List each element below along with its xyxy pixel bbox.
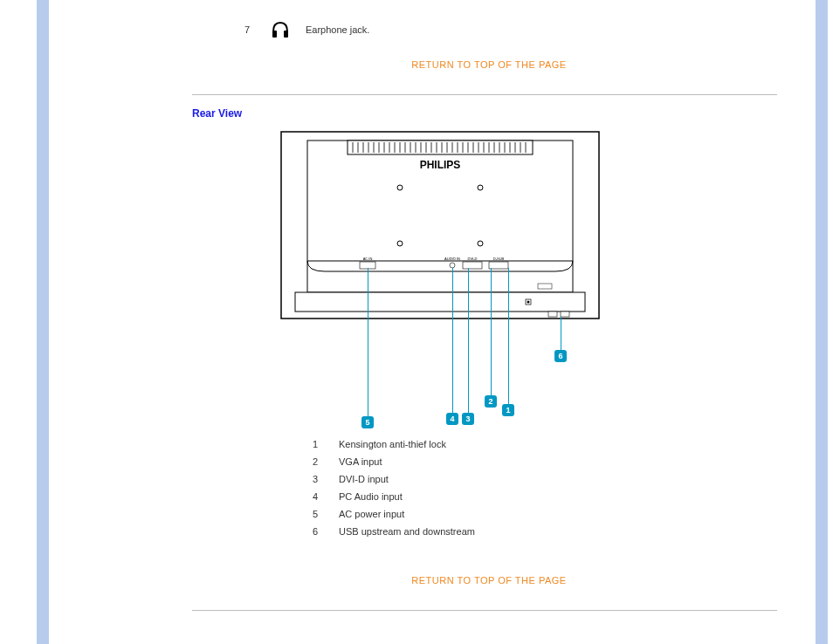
return-top-anchor[interactable]: RETURN TO TOP OF THE PAGE xyxy=(411,575,566,586)
list-item: 4PC Audio input xyxy=(313,488,786,505)
divider xyxy=(192,94,777,95)
decorative-margin-left xyxy=(37,0,49,644)
headphones-icon xyxy=(271,21,306,38)
divider xyxy=(192,610,777,611)
list-item: 3DVI-D input xyxy=(313,470,786,488)
svg-text:DVI-D: DVI-D xyxy=(468,257,478,261)
leader-1 xyxy=(508,268,509,406)
brand-text: PHILIPS xyxy=(420,159,461,171)
svg-text:D-SUB: D-SUB xyxy=(493,257,505,261)
leader-4 xyxy=(452,268,453,414)
svg-text:AC IN: AC IN xyxy=(363,257,373,261)
svg-rect-55 xyxy=(548,312,557,317)
n: 6 xyxy=(313,523,339,540)
callout-2: 2 xyxy=(485,395,497,408)
svg-text:AUDIO IN: AUDIO IN xyxy=(444,257,460,261)
d: DVI-D input xyxy=(339,470,389,488)
page: 7 Earphone jack. RETURN TO TOP OF THE PA… xyxy=(0,0,833,644)
d: AC power input xyxy=(339,505,404,523)
n: 2 xyxy=(313,453,339,470)
n: 3 xyxy=(313,470,339,488)
return-top-anchor[interactable]: RETURN TO TOP OF THE PAGE xyxy=(411,59,566,70)
callout-3: 3 xyxy=(462,413,474,425)
svg-rect-52 xyxy=(295,292,585,312)
return-top-link-1: RETURN TO TOP OF THE PAGE xyxy=(192,59,786,70)
svg-rect-0 xyxy=(272,31,277,38)
list-item: 1Kensington anti-thief lock xyxy=(313,435,786,453)
callout-5: 5 xyxy=(361,416,374,428)
return-top-link-2: RETURN TO TOP OF THE PAGE xyxy=(192,575,786,586)
callout-1: 1 xyxy=(502,404,514,416)
leader-5 xyxy=(368,268,368,418)
n: 1 xyxy=(313,435,339,453)
leader-6 xyxy=(561,317,561,352)
callout-4: 4 xyxy=(446,413,458,425)
leader-2 xyxy=(491,268,492,397)
decorative-margin-right xyxy=(816,0,828,644)
d: Kensington anti-thief lock xyxy=(339,435,446,453)
leader-3 xyxy=(468,268,469,414)
list-item: 5AC power input xyxy=(313,505,786,523)
d: PC Audio input xyxy=(339,488,403,505)
front-item-number: 7 xyxy=(244,24,271,35)
rear-view-heading: Rear View xyxy=(192,107,786,120)
n: 4 xyxy=(313,488,339,505)
rear-items-list: 1Kensington anti-thief lock 2VGA input 3… xyxy=(313,435,786,540)
list-item: 2VGA input xyxy=(313,453,786,470)
d: VGA input xyxy=(339,453,382,470)
content-area: 7 Earphone jack. RETURN TO TOP OF THE PA… xyxy=(192,0,786,611)
svg-rect-56 xyxy=(561,312,569,317)
d: USB upstream and downstream xyxy=(339,523,475,540)
front-item-row: 7 Earphone jack. xyxy=(244,0,786,38)
svg-rect-1 xyxy=(284,31,288,38)
callout-6: 6 xyxy=(554,350,567,362)
svg-point-54 xyxy=(527,301,530,304)
n: 5 xyxy=(313,505,339,523)
front-item-desc: Earphone jack. xyxy=(306,24,369,35)
list-item: 6USB upstream and downstream xyxy=(313,523,786,540)
monitor-rear-svg: PHILIPS AC IN AUDIO IN DVI-D xyxy=(278,128,602,329)
rear-view-diagram: PHILIPS AC IN AUDIO IN DVI-D xyxy=(278,128,602,425)
